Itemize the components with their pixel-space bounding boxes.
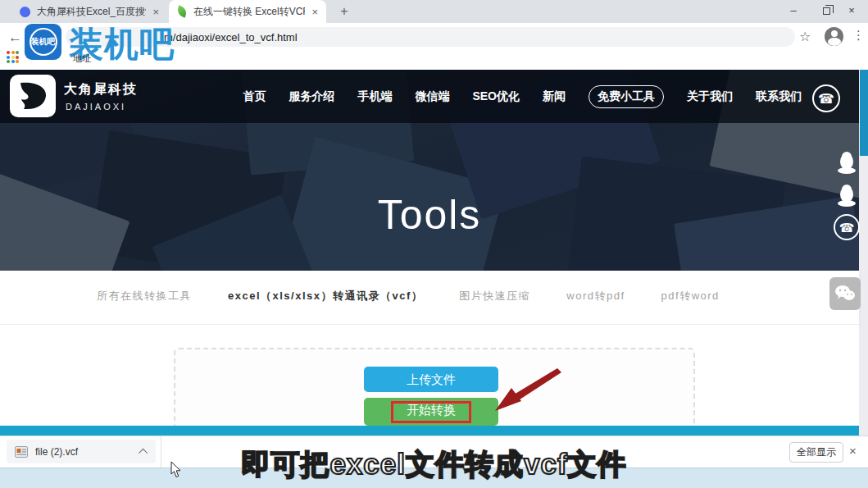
upload-file-button[interactable]: 上传文件 (364, 367, 498, 392)
nav-wechat[interactable]: 微信端 (415, 89, 449, 104)
subnav-pdf-to-word[interactable]: pdf转word (661, 289, 720, 303)
rhino-icon (16, 80, 50, 112)
tab-excel-to-vcf[interactable]: 在线一键转换 Excel转VCF — [ × (169, 0, 326, 23)
zhuangjiba-logo-text: 装机吧 (30, 28, 57, 56)
subnav-excel-to-vcf[interactable]: excel（xls/xlsx）转通讯录（vcf） (228, 289, 423, 303)
profile-avatar[interactable] (825, 27, 843, 46)
nav-free-tools[interactable]: 免费小工具 (589, 85, 664, 108)
mouse-cursor (170, 462, 182, 481)
qq-contact-icon-2[interactable] (834, 184, 859, 208)
address-url[interactable]: m/dajiaoxi/excel_to_vcf.html (164, 31, 298, 43)
watermark-sub-text: 地址 (73, 52, 91, 65)
nav-contact[interactable]: 联系我们 (756, 89, 802, 104)
header-phone-icon[interactable]: ☎ (812, 84, 840, 112)
tab-close-icon[interactable]: × (152, 6, 159, 18)
browser-menu-icon[interactable]: ⋮ (852, 28, 865, 43)
dajiaoxi-logo[interactable] (10, 75, 56, 117)
screen: 大角犀科技Excel_百度搜索 × 在线一键转换 Excel转VCF — [ ×… (0, 0, 868, 488)
nav-home[interactable]: 首页 (243, 89, 266, 104)
window-minimize-button[interactable]: – (777, 0, 810, 23)
tab-title: 在线一键转换 Excel转VCF — [ (193, 5, 305, 19)
sidebar-phone-icon[interactable]: ☎ (834, 214, 860, 240)
page-title: Tools (0, 191, 859, 239)
zhuangjiba-logo: 装机吧 (25, 24, 61, 60)
tab-close-icon[interactable]: × (311, 6, 318, 18)
watermark-grid-icon (7, 51, 19, 63)
tab-title: 大角犀科技Excel_百度搜索 (37, 5, 146, 19)
tools-subnav: 所有在线转换工具 excel（xls/xlsx）转通讯录（vcf） 图片快速压缩… (97, 289, 720, 303)
nav-seo[interactable]: SEO优化 (472, 89, 520, 104)
site-brand-name[interactable]: 大角犀科技 (64, 81, 138, 98)
annotation-highlight-box (391, 401, 471, 423)
site-nav: 首页 服务介绍 手机端 微信端 SEO优化 新闻 免费小工具 关于我们 联系我们 (246, 84, 802, 110)
subnav-all-tools[interactable]: 所有在线转换工具 (97, 289, 192, 303)
new-tab-button[interactable]: + (336, 3, 352, 20)
window-close-button[interactable]: × (835, 0, 868, 23)
tab-baidu-search[interactable]: 大角犀科技Excel_百度搜索 × (11, 0, 167, 23)
nav-services[interactable]: 服务介绍 (289, 89, 334, 104)
subnav-image-compress[interactable]: 图片快速压缩 (459, 289, 530, 303)
annotation-arrow (489, 363, 562, 421)
browser-tab-bar: 大角犀科技Excel_百度搜索 × 在线一键转换 Excel转VCF — [ ×… (0, 0, 868, 23)
baidu-favicon-icon (20, 7, 30, 17)
page-scrollbar-thumb[interactable] (860, 70, 868, 156)
video-caption: 即可把excel文件转成vcf文件 (0, 445, 868, 484)
nav-news[interactable]: 新闻 (543, 89, 566, 104)
bookmark-star-icon[interactable]: ☆ (799, 29, 811, 44)
progress-bar (0, 426, 859, 436)
nav-about[interactable]: 关于我们 (687, 89, 733, 104)
back-button[interactable]: ← (8, 30, 22, 46)
qq-contact-icon[interactable] (834, 151, 859, 176)
nav-mobile[interactable]: 手机端 (357, 89, 392, 104)
subnav-word-to-pdf[interactable]: word转pdf (566, 289, 625, 303)
restore-icon (823, 7, 830, 15)
leaf-favicon-icon (175, 5, 188, 17)
wechat-icon[interactable] (829, 277, 861, 310)
site-brand-sub: DAJIAOXI (66, 102, 126, 112)
